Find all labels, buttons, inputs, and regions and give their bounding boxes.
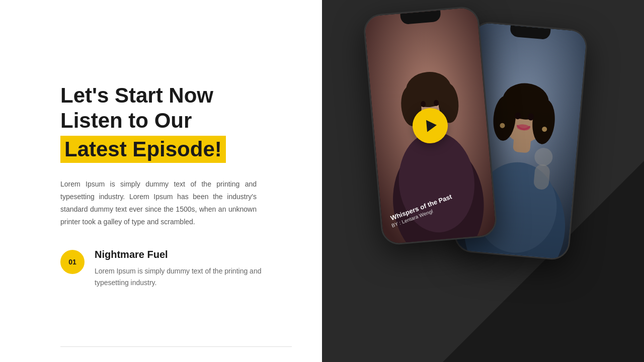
episode-content: Nightmare Fuel Lorem Ipsum is simply dum… [95,249,292,290]
left-panel: Let's Start Now Listen to Our Latest Epi… [0,0,322,362]
heading-line2: Listen to Our [60,108,292,133]
episode-title: Nightmare Fuel [95,249,292,260]
heading-section: Let's Start Now Listen to Our Latest Epi… [60,83,292,163]
phones-container: Whispers of the Past BY : Lentara Wengl [322,0,644,362]
right-panel: Whispers of the Past BY : Lentara Wengl [322,0,644,362]
phone1-screen: Whispers of the Past BY : Lentara Wengl [364,7,497,244]
heading-highlight: Latest Episode! [60,136,226,163]
episode-number: 01 [60,250,85,274]
phone1-frame: Whispers of the Past BY : Lentara Wengl [362,6,498,246]
heading-line1: Let's Start Now [60,83,292,108]
divider [60,346,292,347]
description-text: Lorem Ipsum is simply dummy text of the … [60,178,257,229]
phone1: Whispers of the Past BY : Lentara Wengl [362,6,498,246]
episode-desc: Lorem Ipsum is simply dummy text of the … [95,265,292,290]
episode-item: 01 Nightmare Fuel Lorem Ipsum is simply … [60,249,292,290]
